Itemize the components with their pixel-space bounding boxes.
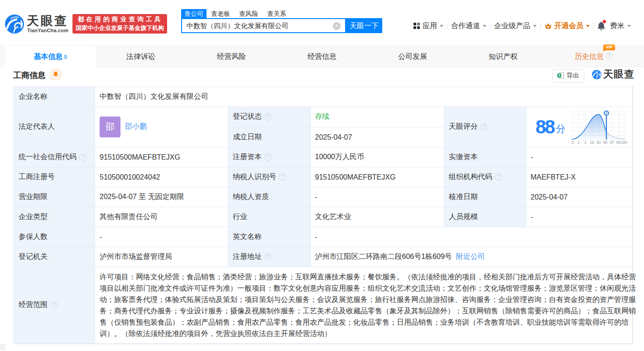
svg-text:100: 100: [620, 140, 627, 145]
svg-text:3: 3: [584, 140, 586, 145]
svg-text:X: X: [558, 74, 561, 77]
svg-text:99: 99: [616, 140, 620, 145]
svg-text:15: 15: [590, 140, 594, 145]
svg-text:1: 1: [577, 140, 579, 145]
svg-text:50: 50: [596, 140, 601, 145]
svg-text:97: 97: [610, 140, 614, 145]
svg-text:0: 0: [572, 140, 574, 145]
svg-text:85: 85: [603, 140, 607, 145]
